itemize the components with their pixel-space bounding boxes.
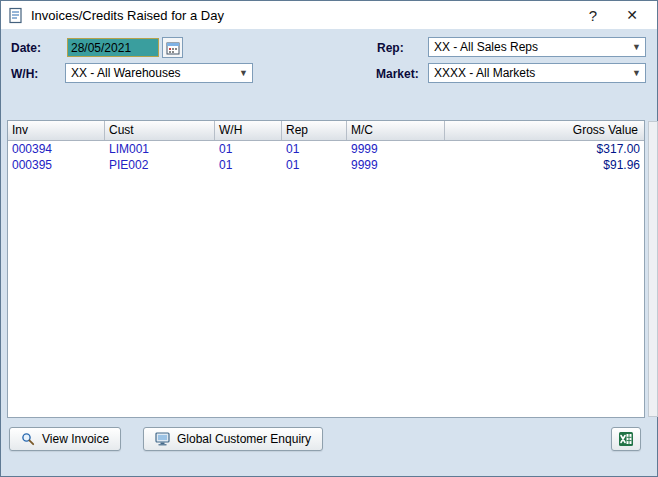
calendar-picker-button[interactable] xyxy=(162,37,183,58)
cell-inv: 000394 xyxy=(8,142,105,156)
magnifier-icon xyxy=(21,432,35,446)
cell-inv: 000395 xyxy=(8,158,105,172)
warehouse-dropdown-value: XX - All Warehouses xyxy=(71,66,181,80)
calendar-icon xyxy=(166,41,180,55)
column-header-wh[interactable]: W/H xyxy=(215,121,282,140)
title-bar: Invoices/Credits Raised for a Day ? ✕ xyxy=(1,1,657,29)
table-row[interactable]: 000395 PIE002 01 01 9999 $91.96 xyxy=(8,157,644,173)
table-row[interactable]: 000394 LIM001 01 01 9999 $317.00 xyxy=(8,141,644,157)
date-label: Date: xyxy=(11,41,41,55)
table-header-row: Inv Cust W/H Rep M/C Gross Value xyxy=(8,121,644,141)
warehouse-label: W/H: xyxy=(11,67,38,81)
market-label: Market: xyxy=(376,67,419,81)
cell-mc: 9999 xyxy=(347,158,445,172)
rep-dropdown[interactable]: XX - All Sales Reps ▼ xyxy=(428,37,646,57)
column-header-inv[interactable]: Inv xyxy=(8,121,105,140)
rep-dropdown-value: XX - All Sales Reps xyxy=(434,40,538,54)
cell-mc: 9999 xyxy=(347,142,445,156)
chevron-down-icon: ▼ xyxy=(235,64,252,82)
cell-rep: 01 xyxy=(282,142,347,156)
warehouse-dropdown[interactable]: XX - All Warehouses ▼ xyxy=(65,63,253,83)
cell-gross-value: $317.00 xyxy=(445,142,644,156)
global-customer-enquiry-label: Global Customer Enquiry xyxy=(177,432,311,446)
app-icon xyxy=(7,7,24,24)
cell-wh: 01 xyxy=(215,158,282,172)
date-input[interactable] xyxy=(67,38,159,57)
invoice-table: Inv Cust W/H Rep M/C Gross Value 000394 … xyxy=(7,120,645,418)
export-to-excel-button[interactable] xyxy=(611,427,641,451)
column-header-mc[interactable]: M/C xyxy=(347,121,445,140)
excel-spreadsheet-icon xyxy=(618,431,634,447)
cell-wh: 01 xyxy=(215,142,282,156)
cell-cust: PIE002 xyxy=(105,158,215,172)
cell-cust: LIM001 xyxy=(105,142,215,156)
rep-label: Rep: xyxy=(377,41,404,55)
cell-rep: 01 xyxy=(282,158,347,172)
chevron-down-icon: ▼ xyxy=(628,38,645,56)
computer-icon xyxy=(155,432,170,446)
dialog-window: Invoices/Credits Raised for a Day ? ✕ Da… xyxy=(0,0,658,477)
column-header-gross-value[interactable]: Gross Value xyxy=(445,121,644,140)
chevron-down-icon: ▼ xyxy=(628,64,645,82)
column-header-cust[interactable]: Cust xyxy=(105,121,215,140)
view-invoice-label: View Invoice xyxy=(42,432,109,446)
view-invoice-button[interactable]: View Invoice xyxy=(9,427,121,451)
close-button[interactable]: ✕ xyxy=(611,1,653,29)
window-title: Invoices/Credits Raised for a Day xyxy=(31,8,224,23)
market-dropdown[interactable]: XXXX - All Markets ▼ xyxy=(428,63,646,83)
cell-gross-value: $91.96 xyxy=(445,158,644,172)
column-header-rep[interactable]: Rep xyxy=(282,121,347,140)
help-button[interactable]: ? xyxy=(575,1,611,29)
table-scrollbar[interactable] xyxy=(648,121,658,417)
market-dropdown-value: XXXX - All Markets xyxy=(434,66,535,80)
global-customer-enquiry-button[interactable]: Global Customer Enquiry xyxy=(143,427,323,451)
